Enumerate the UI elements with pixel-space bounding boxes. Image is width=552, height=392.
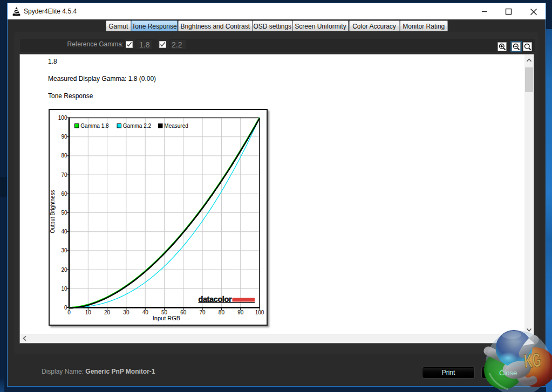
- svg-text:100: 100: [58, 115, 67, 121]
- svg-text:Measured: Measured: [164, 123, 188, 129]
- svg-text:80: 80: [218, 310, 224, 315]
- svg-text:10: 10: [85, 310, 91, 315]
- svg-text:0: 0: [64, 305, 67, 311]
- svg-text:Gamma 2.2: Gamma 2.2: [122, 123, 151, 129]
- svg-text:70: 70: [199, 310, 206, 315]
- svg-text:30: 30: [61, 247, 67, 253]
- svg-text:20: 20: [104, 310, 111, 315]
- svg-text:10: 10: [61, 286, 67, 292]
- svg-text:40: 40: [61, 229, 67, 235]
- svg-text:30: 30: [123, 310, 130, 315]
- svg-text:60: 60: [61, 191, 67, 197]
- svg-text:70: 70: [61, 172, 67, 178]
- svg-text:90: 90: [237, 310, 244, 315]
- svg-text:datacolor: datacolor: [198, 295, 231, 304]
- svg-text:Output Brightness: Output Brightness: [49, 190, 55, 233]
- svg-text:60: 60: [180, 310, 187, 315]
- svg-text:50: 50: [61, 210, 67, 216]
- svg-text:20: 20: [61, 267, 67, 273]
- svg-text:0: 0: [67, 310, 71, 315]
- svg-text:90: 90: [61, 134, 67, 140]
- svg-text:100: 100: [255, 310, 264, 315]
- svg-text:40: 40: [142, 310, 148, 315]
- svg-text:Input RGB: Input RGB: [152, 315, 180, 321]
- svg-text:Gamma 1.8: Gamma 1.8: [80, 123, 109, 129]
- svg-text:80: 80: [61, 153, 67, 159]
